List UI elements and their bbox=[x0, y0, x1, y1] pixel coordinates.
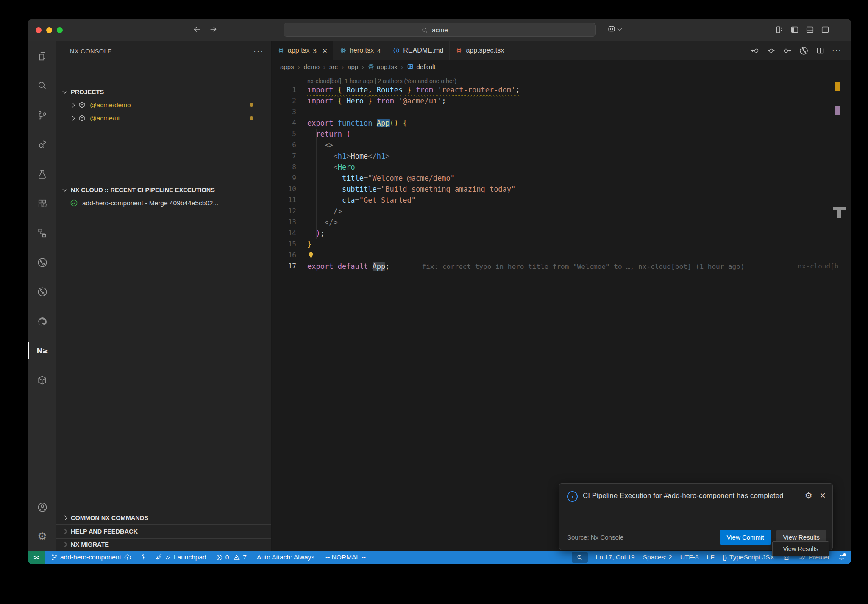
vim-mode-status-item[interactable]: -- NORMAL -- bbox=[326, 554, 366, 561]
graph-status-item[interactable] bbox=[140, 554, 147, 561]
auto-attach-status-item[interactable]: Auto Attach: Always bbox=[257, 554, 314, 561]
breadcrumb-symbol-default[interactable]: default bbox=[407, 63, 435, 70]
code-lines[interactable]: 1import { Route, Routes } from 'react-ro… bbox=[272, 84, 851, 272]
problems-status-item[interactable]: 0 7 bbox=[216, 554, 247, 561]
gear-icon[interactable]: ⚙ bbox=[805, 490, 812, 501]
eol-item[interactable]: LF bbox=[707, 554, 715, 561]
more-actions-icon[interactable]: ··· bbox=[832, 46, 842, 55]
code-line-6[interactable]: 6 <> bbox=[272, 140, 851, 151]
explorer-icon[interactable] bbox=[28, 46, 56, 66]
commit-graph-icon[interactable] bbox=[799, 46, 809, 56]
toggle-primary-sidebar-icon[interactable] bbox=[790, 25, 799, 34]
close-window-button[interactable] bbox=[36, 27, 42, 33]
notifications-bell-icon[interactable] bbox=[838, 554, 845, 561]
code-line-17[interactable]: nx-cloud[b17export default App;fix: corr… bbox=[272, 261, 851, 272]
package-explorer-icon[interactable] bbox=[28, 370, 56, 391]
chevron-right-icon bbox=[62, 542, 67, 547]
close-icon[interactable]: × bbox=[820, 491, 826, 501]
lightbulb-icon[interactable] bbox=[307, 252, 314, 259]
code-line-9[interactable]: 9 title="Welcome @acme/demo" bbox=[272, 173, 851, 184]
breadcrumb-app[interactable]: app bbox=[348, 63, 358, 70]
activity-bar-bottom: ⚙ bbox=[28, 497, 56, 551]
history-nav bbox=[192, 25, 218, 34]
remote-indicator[interactable]: >< bbox=[28, 551, 45, 564]
run-debug-icon[interactable] bbox=[28, 134, 56, 155]
code-line-11[interactable]: 11 cta="Get Started" bbox=[272, 195, 851, 206]
code-line-13[interactable]: 13 </> bbox=[272, 217, 851, 228]
project-item-acme-demo[interactable]: @acme/demo bbox=[56, 98, 271, 112]
launchpad-status-item[interactable]: Launchpad bbox=[155, 554, 206, 561]
tab-hero-tsx[interactable]: hero.tsx 4 bbox=[334, 41, 387, 60]
projects-section-header[interactable]: PROJECTS bbox=[56, 85, 271, 98]
code-line-2[interactable]: 2import { Hero } from '@acme/ui'; bbox=[272, 95, 851, 106]
line-content: import { Route, Routes } from 'react-rou… bbox=[307, 84, 520, 95]
command-center-search[interactable] bbox=[284, 23, 596, 37]
git-blame-header[interactable]: nx-cloud[bot], 1 hour ago | 2 authors (Y… bbox=[272, 73, 851, 84]
toggle-secondary-sidebar-icon[interactable] bbox=[821, 25, 830, 34]
code-line-16[interactable]: 16 bbox=[272, 250, 851, 261]
zoom-status-item[interactable] bbox=[572, 552, 588, 563]
settings-gear-icon[interactable]: ⚙ bbox=[28, 526, 56, 546]
more-actions-icon[interactable]: ··· bbox=[253, 47, 264, 56]
code-line-14[interactable]: 14 ); bbox=[272, 228, 851, 239]
line-content: /> bbox=[307, 206, 342, 217]
changes-icon[interactable] bbox=[767, 46, 776, 55]
code-line-10[interactable]: 10 subtitle="Build something amazing tod… bbox=[272, 184, 851, 195]
code-line-5[interactable]: 5 return ( bbox=[272, 129, 851, 140]
code-line-4[interactable]: 4export function App() { bbox=[272, 117, 851, 129]
nx-console-icon[interactable]: N≥ bbox=[28, 341, 56, 361]
toggle-panel-icon[interactable] bbox=[805, 25, 815, 34]
indentation-item[interactable]: Spaces: 2 bbox=[643, 554, 672, 561]
search-input[interactable] bbox=[431, 26, 458, 34]
code-line-15[interactable]: 15} bbox=[272, 239, 851, 250]
breadcrumb-src[interactable]: src bbox=[329, 63, 338, 70]
tab-app-spec-tsx[interactable]: app.spec.tsx bbox=[450, 41, 510, 60]
split-editor-icon[interactable] bbox=[816, 46, 825, 55]
nx-migrate-section[interactable]: NX MIGRATE bbox=[56, 538, 271, 551]
check-circle-icon bbox=[70, 199, 78, 207]
minimize-window-button[interactable] bbox=[46, 27, 52, 33]
back-arrow-icon[interactable] bbox=[192, 25, 202, 34]
extensions-icon[interactable] bbox=[28, 193, 56, 214]
previous-change-icon[interactable] bbox=[751, 46, 760, 55]
tab-app-tsx[interactable]: app.tsx 3 × bbox=[272, 41, 334, 60]
source-control-icon[interactable] bbox=[28, 105, 56, 125]
status-bar: >< add-hero-component Launchpad 0 bbox=[28, 551, 851, 564]
nx-cloud-section-header[interactable]: NX CLOUD :: RECENT CI PIPELINE EXECUTION… bbox=[56, 183, 271, 196]
testing-icon[interactable] bbox=[28, 164, 56, 184]
breadcrumb-file[interactable]: app.tsx bbox=[368, 63, 397, 70]
copilot-menu[interactable] bbox=[607, 24, 621, 34]
help-and-feedback-section[interactable]: HELP AND FEEDBACK bbox=[56, 524, 271, 538]
edge-browser-icon[interactable] bbox=[28, 311, 56, 332]
breadcrumb-apps[interactable]: apps bbox=[280, 63, 294, 70]
project-item-acme-ui[interactable]: @acme/ui bbox=[56, 112, 271, 125]
account-icon[interactable] bbox=[28, 497, 56, 517]
branch-status-item[interactable]: add-hero-component bbox=[51, 554, 131, 561]
cursor-position-item[interactable]: Ln 17, Col 19 bbox=[596, 554, 635, 561]
view-commit-button[interactable]: View Commit bbox=[720, 530, 771, 545]
encoding-item[interactable]: UTF-8 bbox=[680, 554, 699, 561]
project-structure-icon[interactable] bbox=[28, 223, 56, 243]
code-line-7[interactable]: 7 <h1>Home</h1> bbox=[272, 151, 851, 162]
gitlens-icon[interactable] bbox=[28, 252, 56, 273]
next-change-icon[interactable] bbox=[783, 46, 792, 55]
breadcrumb-demo[interactable]: demo bbox=[304, 63, 320, 70]
common-nx-commands-section[interactable]: COMMON NX COMMANDS bbox=[56, 511, 271, 524]
merge-icon bbox=[165, 554, 171, 561]
close-icon[interactable]: × bbox=[323, 47, 327, 55]
search-icon[interactable] bbox=[28, 76, 56, 96]
code-line-12[interactable]: 12 /> bbox=[272, 206, 851, 217]
zoom-window-button[interactable] bbox=[57, 27, 63, 33]
tab-readme-md[interactable]: README.md bbox=[387, 41, 450, 60]
customize-layout-icon[interactable] bbox=[775, 25, 784, 34]
titlebar bbox=[28, 19, 851, 41]
code-line-1[interactable]: 1import { Route, Routes } from 'react-ro… bbox=[272, 84, 851, 95]
language-mode-item[interactable]: {}TypeScript JSX bbox=[723, 554, 774, 561]
code-line-3[interactable]: 3 bbox=[272, 106, 851, 117]
react-test-icon bbox=[456, 47, 462, 54]
line-content: <h1>Home</h1> bbox=[307, 151, 390, 162]
forward-arrow-icon[interactable] bbox=[209, 25, 218, 34]
pipeline-execution-item[interactable]: add-hero-component - Merge 409b44e5cb02.… bbox=[56, 196, 271, 210]
gitlens-inspect-icon[interactable] bbox=[28, 282, 56, 302]
code-line-8[interactable]: 8 <Hero bbox=[272, 162, 851, 173]
